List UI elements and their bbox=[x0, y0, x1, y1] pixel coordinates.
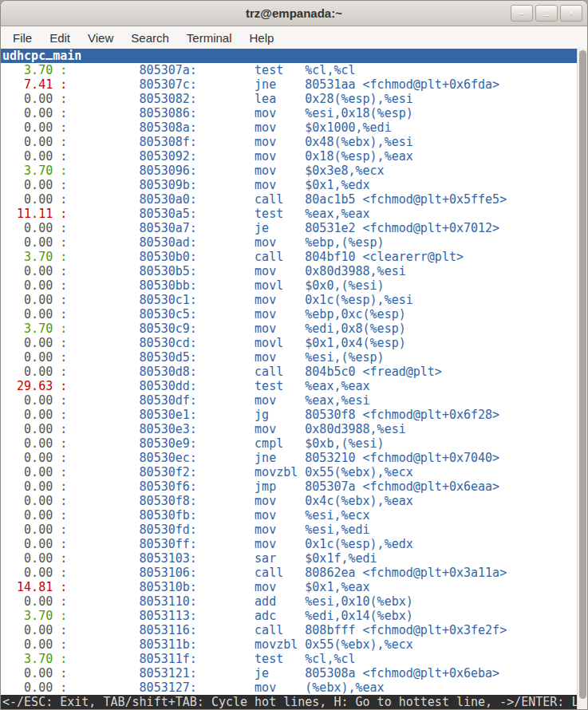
asm-instruction: 8053092: mov 0x18(%esp),%eax bbox=[67, 149, 412, 164]
menu-item-terminal[interactable]: Terminal bbox=[178, 28, 241, 48]
scrollbar-thumb[interactable] bbox=[579, 50, 586, 699]
asm-row[interactable]: 0.00 : 80530d8: call 804b5c0 <fread@plt> bbox=[2, 365, 577, 379]
sample-percent: 0.00 : bbox=[2, 92, 67, 106]
title-bar[interactable]: trz@empanada:~ – □ × bbox=[1, 1, 587, 26]
asm-row[interactable]: 0.00 : 8053103: sar $0x1f,%edi bbox=[2, 551, 577, 566]
asm-row[interactable]: 0.00 : 80530a0: call 80ac1b5 <fchmod@plt… bbox=[2, 192, 577, 207]
menu-item-view[interactable]: View bbox=[79, 28, 122, 48]
sample-percent: 0.00 : bbox=[2, 235, 67, 250]
sample-percent: 0.00 : bbox=[2, 278, 67, 293]
asm-row[interactable]: 3.70 : 805311f: test %cl,%cl bbox=[2, 652, 577, 666]
asm-row[interactable]: 0.00 : 80530e3: mov 0x80d3988,%esi bbox=[2, 422, 577, 436]
asm-row[interactable]: 0.00 : 80530a7: je 80531e2 <fchmod@plt+0… bbox=[2, 221, 577, 235]
asm-row[interactable]: 0.00 : 805309b: mov $0x1,%edx bbox=[2, 178, 577, 192]
asm-row[interactable]: 3.70 : 80530c9: mov %edi,0x8(%esp) bbox=[2, 321, 577, 336]
asm-instruction: 8053106: call 80862ea <fchmod@plt+0x3a11… bbox=[67, 566, 507, 580]
asm-instruction: 80530c5: mov %ebp,0xc(%esp) bbox=[67, 307, 405, 321]
asm-instruction: 8053113: adc %edi,0x14(%ebx) bbox=[67, 609, 412, 623]
asm-row[interactable]: 0.00 : 80530c5: mov %ebp,0xc(%esp) bbox=[2, 307, 577, 321]
asm-row[interactable]: 0.00 : 80530df: mov %eax,%esi bbox=[2, 393, 577, 408]
asm-row[interactable]: 7.41 : 805307c: jne 80531aa <fchmod@plt+… bbox=[2, 77, 577, 92]
asm-instruction: 80530fd: mov %esi,%edi bbox=[67, 523, 369, 537]
asm-row[interactable]: 0.00 : 80530b5: mov 0x80d3988,%esi bbox=[2, 264, 577, 278]
sample-percent: 0.00 : bbox=[2, 680, 67, 695]
window-controls: – □ × bbox=[511, 5, 582, 22]
close-button[interactable]: × bbox=[560, 5, 582, 22]
menu-item-file[interactable]: File bbox=[4, 28, 41, 48]
asm-row[interactable]: 29.63 : 80530dd: test %eax,%eax bbox=[2, 379, 577, 393]
asm-row[interactable]: 11.11 : 80530a5: test %eax,%eax bbox=[2, 207, 577, 221]
text-cursor bbox=[45, 58, 53, 60]
terminal-screen: udhcpcmain 3.70 : 805307a: test %cl,%cl … bbox=[1, 49, 587, 710]
asm-row[interactable]: 0.00 : 805311b: movzbl 0x55(%ebx),%ecx bbox=[2, 637, 577, 652]
asm-row[interactable]: 3.70 : 80530b0: call 804bf10 <clearerr@p… bbox=[2, 250, 577, 264]
asm-instruction: 805310b: mov $0x1,%eax bbox=[67, 580, 369, 594]
minimize-button[interactable]: – bbox=[511, 5, 533, 22]
menu-item-edit[interactable]: Edit bbox=[41, 28, 79, 48]
asm-row[interactable]: 0.00 : 80530bb: movl $0x0,(%esi) bbox=[2, 278, 577, 293]
asm-row[interactable]: 0.00 : 80530ff: mov 0x1c(%esp),%edx bbox=[2, 537, 577, 551]
asm-row[interactable]: 0.00 : 8053116: call 808bfff <fchmod@plt… bbox=[2, 623, 577, 637]
asm-row[interactable]: 0.00 : 80530ec: jne 8053210 <fchmod@plt+… bbox=[2, 451, 577, 465]
asm-row[interactable]: 0.00 : 8053110: add %esi,0x10(%ebx) bbox=[2, 594, 577, 609]
asm-instruction: 8053110: add %esi,0x10(%ebx) bbox=[67, 594, 412, 609]
asm-row[interactable]: 0.00 : 80530ad: mov %ebp,(%esp) bbox=[2, 235, 577, 250]
asm-instruction: 805307c: jne 80531aa <fchmod@plt+0x6fda> bbox=[67, 77, 499, 92]
sample-percent: 0.00 : bbox=[2, 436, 67, 451]
asm-row[interactable]: 3.70 : 805307a: test %cl,%cl bbox=[2, 63, 577, 77]
asm-row[interactable]: 0.00 : 80530cd: movl $0x1,0x4(%esp) bbox=[2, 336, 577, 350]
asm-row[interactable]: 0.00 : 80530fd: mov %esi,%edi bbox=[2, 523, 577, 537]
sample-percent: 0.00 : bbox=[2, 465, 67, 479]
sample-percent: 0.00 : bbox=[2, 264, 67, 278]
asm-instruction: 80530ff: mov 0x1c(%esp),%edx bbox=[67, 537, 412, 551]
asm-row[interactable]: 3.70 : 8053096: mov $0x3e8,%ecx bbox=[2, 164, 577, 178]
asm-row[interactable]: 0.00 : 80530d5: mov %esi,(%esp) bbox=[2, 350, 577, 365]
sample-percent: 0.00 : bbox=[2, 120, 67, 135]
asm-row[interactable]: 0.00 : 8053121: je 805308a <fchmod@plt+0… bbox=[2, 666, 577, 680]
asm-row[interactable]: 0.00 : 8053127: mov (%ebx),%eax bbox=[2, 680, 577, 695]
asm-row[interactable]: 0.00 : 80530e1: jg 80530f8 <fchmod@plt+0… bbox=[2, 408, 577, 422]
asm-instruction: 80530dd: test %eax,%eax bbox=[67, 379, 369, 393]
sample-percent: 0.00 : bbox=[2, 221, 67, 235]
asm-row[interactable]: 0.00 : 80530c1: mov 0x1c(%esp),%esi bbox=[2, 293, 577, 307]
asm-row[interactable]: 0.00 : 80530f2: movzbl 0x55(%ebx),%ecx bbox=[2, 465, 577, 479]
menu-item-help[interactable]: Help bbox=[241, 28, 283, 48]
asm-instruction: 80530e3: mov 0x80d3988,%esi bbox=[67, 422, 405, 436]
asm-instruction: 80530a7: je 80531e2 <fchmod@plt+0x7012> bbox=[67, 221, 499, 235]
asm-row[interactable]: 14.81 : 805310b: mov $0x1,%eax bbox=[2, 580, 577, 594]
asm-instruction: 80530cd: movl $0x1,0x4(%esp) bbox=[67, 336, 405, 350]
asm-row[interactable]: 0.00 : 80530fb: mov %esi,%ecx bbox=[2, 508, 577, 523]
scrollbar[interactable] bbox=[577, 49, 587, 710]
asm-row[interactable]: 0.00 : 8053092: mov 0x18(%esp),%eax bbox=[2, 149, 577, 164]
maximize-button[interactable]: □ bbox=[535, 5, 558, 22]
sample-percent: 0.00 : bbox=[2, 637, 67, 652]
window-title: trz@empanada:~ bbox=[246, 6, 342, 20]
asm-row[interactable]: 0.00 : 805308f: mov 0x48(%ebx),%esi bbox=[2, 135, 577, 149]
asm-instruction: 80530e9: cmpl $0xb,(%esi) bbox=[67, 436, 384, 451]
asm-listing: 3.70 : 805307a: test %cl,%cl 7.41 : 8053… bbox=[1, 63, 577, 695]
asm-instruction: 80530a5: test %eax,%eax bbox=[67, 207, 369, 221]
asm-row[interactable]: 0.00 : 8053106: call 80862ea <fchmod@plt… bbox=[2, 566, 577, 580]
asm-row[interactable]: 3.70 : 8053113: adc %edi,0x14(%ebx) bbox=[2, 609, 577, 623]
sample-percent: 0.00 : bbox=[2, 623, 67, 637]
asm-instruction: 80530fb: mov %esi,%ecx bbox=[67, 508, 369, 523]
asm-instruction: 80530bb: movl $0x0,(%esi) bbox=[67, 278, 384, 293]
asm-instruction: 80530d5: mov %esi,(%esp) bbox=[67, 350, 384, 365]
asm-row[interactable]: 0.00 : 8053086: mov %esi,0x18(%esp) bbox=[2, 106, 577, 120]
asm-instruction: 805308a: mov $0x1000,%edi bbox=[67, 120, 391, 135]
asm-row[interactable]: 0.00 : 8053082: lea 0x28(%esp),%esi bbox=[2, 92, 577, 106]
asm-instruction: 80530f6: jmp 805307a <fchmod@plt+0x6eaa> bbox=[67, 479, 499, 494]
sample-percent: 0.00 : bbox=[2, 135, 67, 149]
asm-instruction: 80530b5: mov 0x80d3988,%esi bbox=[67, 264, 405, 278]
sample-percent: 11.11 : bbox=[2, 207, 67, 221]
symbol-section: main bbox=[53, 49, 81, 63]
symbol-header-bar[interactable]: udhcpcmain bbox=[1, 49, 577, 63]
maximize-icon: □ bbox=[544, 9, 550, 18]
menu-item-search[interactable]: Search bbox=[122, 28, 178, 48]
sample-percent: 29.63 : bbox=[2, 379, 67, 393]
sample-percent: 3.70 : bbox=[2, 63, 67, 77]
asm-row[interactable]: 0.00 : 80530f8: mov 0x4c(%ebx),%eax bbox=[2, 494, 577, 508]
asm-row[interactable]: 0.00 : 80530e9: cmpl $0xb,(%esi) bbox=[2, 436, 577, 451]
asm-row[interactable]: 0.00 : 80530f6: jmp 805307a <fchmod@plt+… bbox=[2, 479, 577, 494]
asm-row[interactable]: 0.00 : 805308a: mov $0x1000,%edi bbox=[2, 120, 577, 135]
